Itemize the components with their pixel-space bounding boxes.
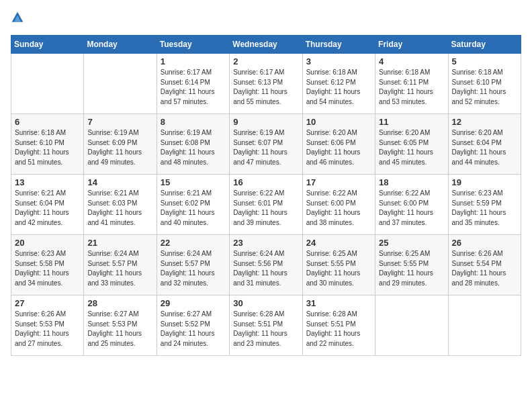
calendar-header-saturday: Saturday (448, 36, 521, 54)
calendar-cell: 21Sunrise: 6:24 AM Sunset: 5:57 PM Dayli… (84, 235, 157, 295)
day-info: Sunrise: 6:27 AM Sunset: 5:52 PM Dayligh… (161, 310, 226, 349)
calendar-cell: 25Sunrise: 6:25 AM Sunset: 5:55 PM Dayli… (375, 235, 448, 295)
day-info: Sunrise: 6:17 AM Sunset: 6:14 PM Dayligh… (161, 68, 226, 107)
day-number: 22 (161, 238, 226, 248)
day-info: Sunrise: 6:24 AM Sunset: 5:57 PM Dayligh… (87, 249, 152, 288)
calendar-cell: 15Sunrise: 6:21 AM Sunset: 6:02 PM Dayli… (157, 175, 229, 235)
day-number: 2 (233, 56, 298, 66)
day-number: 7 (87, 117, 152, 127)
calendar-cell: 9Sunrise: 6:19 AM Sunset: 6:07 PM Daylig… (230, 114, 302, 175)
day-number: 9 (233, 117, 298, 127)
calendar-header-friday: Friday (375, 36, 448, 54)
day-number: 5 (452, 56, 517, 66)
day-info: Sunrise: 6:18 AM Sunset: 6:11 PM Dayligh… (379, 68, 444, 107)
day-info: Sunrise: 6:18 AM Sunset: 6:10 PM Dayligh… (452, 68, 517, 107)
calendar-cell (11, 54, 84, 114)
day-info: Sunrise: 6:26 AM Sunset: 5:53 PM Dayligh… (15, 310, 80, 349)
calendar-cell: 2Sunrise: 6:17 AM Sunset: 6:13 PM Daylig… (230, 54, 302, 114)
calendar-cell: 7Sunrise: 6:19 AM Sunset: 6:09 PM Daylig… (84, 114, 157, 175)
day-number: 13 (15, 177, 80, 187)
day-info: Sunrise: 6:27 AM Sunset: 5:53 PM Dayligh… (87, 310, 152, 349)
day-info: Sunrise: 6:24 AM Sunset: 5:57 PM Dayligh… (161, 249, 226, 288)
day-number: 25 (379, 238, 444, 248)
calendar-cell: 29Sunrise: 6:27 AM Sunset: 5:52 PM Dayli… (157, 295, 229, 356)
day-info: Sunrise: 6:19 AM Sunset: 6:08 PM Dayligh… (161, 128, 226, 167)
day-info: Sunrise: 6:22 AM Sunset: 6:01 PM Dayligh… (233, 189, 298, 228)
day-number: 16 (233, 177, 298, 187)
logo-icon (11, 11, 24, 24)
calendar-week-row: 1Sunrise: 6:17 AM Sunset: 6:14 PM Daylig… (11, 54, 521, 114)
day-info: Sunrise: 6:28 AM Sunset: 5:51 PM Dayligh… (306, 310, 371, 349)
day-info: Sunrise: 6:20 AM Sunset: 6:06 PM Dayligh… (306, 128, 371, 167)
calendar-week-row: 20Sunrise: 6:23 AM Sunset: 5:58 PM Dayli… (11, 235, 521, 295)
day-info: Sunrise: 6:26 AM Sunset: 5:54 PM Dayligh… (452, 249, 517, 288)
day-number: 27 (15, 298, 80, 308)
calendar-cell: 12Sunrise: 6:20 AM Sunset: 6:04 PM Dayli… (448, 114, 521, 175)
day-info: Sunrise: 6:18 AM Sunset: 6:10 PM Dayligh… (15, 128, 80, 167)
calendar-week-row: 13Sunrise: 6:21 AM Sunset: 6:04 PM Dayli… (11, 175, 521, 235)
calendar-cell: 22Sunrise: 6:24 AM Sunset: 5:57 PM Dayli… (157, 235, 229, 295)
calendar-cell (84, 54, 157, 114)
day-number: 31 (306, 298, 371, 308)
calendar-header-wednesday: Wednesday (230, 36, 302, 54)
day-number: 10 (306, 117, 371, 127)
day-info: Sunrise: 6:19 AM Sunset: 6:09 PM Dayligh… (87, 128, 152, 167)
day-number: 19 (452, 177, 517, 187)
day-number: 11 (379, 117, 444, 127)
day-info: Sunrise: 6:20 AM Sunset: 6:04 PM Dayligh… (452, 128, 517, 167)
calendar-table: SundayMondayTuesdayWednesdayThursdayFrid… (11, 35, 521, 356)
calendar-cell (448, 295, 521, 356)
calendar-cell: 11Sunrise: 6:20 AM Sunset: 6:05 PM Dayli… (375, 114, 448, 175)
calendar-week-row: 6Sunrise: 6:18 AM Sunset: 6:10 PM Daylig… (11, 114, 521, 175)
day-number: 4 (379, 56, 444, 66)
day-info: Sunrise: 6:25 AM Sunset: 5:55 PM Dayligh… (306, 249, 371, 288)
calendar-cell: 28Sunrise: 6:27 AM Sunset: 5:53 PM Dayli… (84, 295, 157, 356)
day-number: 28 (87, 298, 152, 308)
day-number: 14 (87, 177, 152, 187)
day-info: Sunrise: 6:19 AM Sunset: 6:07 PM Dayligh… (233, 128, 298, 167)
calendar-cell: 17Sunrise: 6:22 AM Sunset: 6:00 PM Dayli… (302, 175, 375, 235)
calendar-cell: 4Sunrise: 6:18 AM Sunset: 6:11 PM Daylig… (375, 54, 448, 114)
day-number: 20 (15, 238, 80, 248)
day-info: Sunrise: 6:21 AM Sunset: 6:03 PM Dayligh… (87, 189, 152, 228)
calendar-cell: 20Sunrise: 6:23 AM Sunset: 5:58 PM Dayli… (11, 235, 84, 295)
calendar-cell: 18Sunrise: 6:22 AM Sunset: 6:00 PM Dayli… (375, 175, 448, 235)
calendar-cell: 1Sunrise: 6:17 AM Sunset: 6:14 PM Daylig… (157, 54, 229, 114)
day-number: 30 (233, 298, 298, 308)
calendar-cell: 6Sunrise: 6:18 AM Sunset: 6:10 PM Daylig… (11, 114, 84, 175)
day-number: 12 (452, 117, 517, 127)
logo (11, 11, 27, 27)
day-number: 21 (87, 238, 152, 248)
day-info: Sunrise: 6:24 AM Sunset: 5:56 PM Dayligh… (233, 249, 298, 288)
day-info: Sunrise: 6:18 AM Sunset: 6:12 PM Dayligh… (306, 68, 371, 107)
calendar-cell: 24Sunrise: 6:25 AM Sunset: 5:55 PM Dayli… (302, 235, 375, 295)
calendar-cell: 5Sunrise: 6:18 AM Sunset: 6:10 PM Daylig… (448, 54, 521, 114)
day-number: 24 (306, 238, 371, 248)
calendar-cell: 27Sunrise: 6:26 AM Sunset: 5:53 PM Dayli… (11, 295, 84, 356)
day-number: 23 (233, 238, 298, 248)
calendar-cell: 19Sunrise: 6:23 AM Sunset: 5:59 PM Dayli… (448, 175, 521, 235)
day-info: Sunrise: 6:23 AM Sunset: 5:58 PM Dayligh… (15, 249, 80, 288)
page-header (11, 11, 521, 27)
day-info: Sunrise: 6:17 AM Sunset: 6:13 PM Dayligh… (233, 68, 298, 107)
calendar-header-monday: Monday (84, 36, 157, 54)
day-info: Sunrise: 6:21 AM Sunset: 6:04 PM Dayligh… (15, 189, 80, 228)
calendar-cell: 10Sunrise: 6:20 AM Sunset: 6:06 PM Dayli… (302, 114, 375, 175)
calendar-cell: 8Sunrise: 6:19 AM Sunset: 6:08 PM Daylig… (157, 114, 229, 175)
calendar-week-row: 27Sunrise: 6:26 AM Sunset: 5:53 PM Dayli… (11, 295, 521, 356)
day-info: Sunrise: 6:28 AM Sunset: 5:51 PM Dayligh… (233, 310, 298, 349)
day-number: 29 (161, 298, 226, 308)
calendar-cell: 23Sunrise: 6:24 AM Sunset: 5:56 PM Dayli… (230, 235, 302, 295)
calendar-cell: 13Sunrise: 6:21 AM Sunset: 6:04 PM Dayli… (11, 175, 84, 235)
day-info: Sunrise: 6:23 AM Sunset: 5:59 PM Dayligh… (452, 189, 517, 228)
calendar-cell: 30Sunrise: 6:28 AM Sunset: 5:51 PM Dayli… (230, 295, 302, 356)
calendar-header-sunday: Sunday (11, 36, 84, 54)
day-number: 15 (161, 177, 226, 187)
calendar-header-row: SundayMondayTuesdayWednesdayThursdayFrid… (11, 36, 521, 54)
day-number: 6 (15, 117, 80, 127)
day-number: 1 (161, 56, 226, 66)
day-number: 3 (306, 56, 371, 66)
calendar-cell: 14Sunrise: 6:21 AM Sunset: 6:03 PM Dayli… (84, 175, 157, 235)
day-number: 17 (306, 177, 371, 187)
day-info: Sunrise: 6:21 AM Sunset: 6:02 PM Dayligh… (161, 189, 226, 228)
